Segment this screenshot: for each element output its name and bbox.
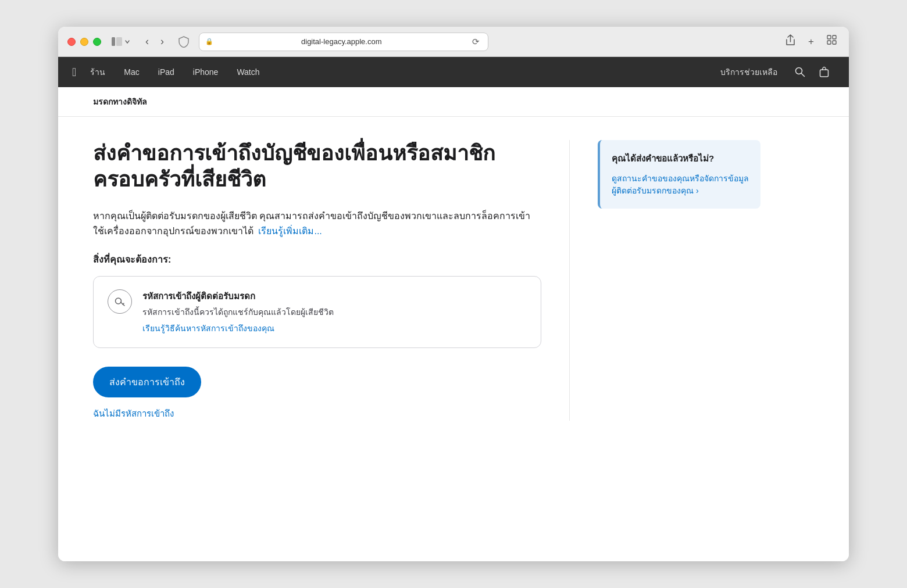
title-bar: ‹ › 🔒 digital-legacy.apple.com ⟳ + (58, 27, 849, 57)
nav-right-controls: บริการช่วยเหลือ (711, 57, 835, 87)
new-tab-button[interactable]: + (806, 34, 816, 50)
maximize-button[interactable] (93, 38, 101, 46)
sidebar-icon (112, 37, 122, 46)
nav-item-store[interactable]: ร้าน (81, 57, 115, 87)
page-title: ส่งคำขอการเข้าถึงบัญชีของเพื่อนหรือสมาชิ… (93, 140, 541, 192)
breadcrumb: มรดกทางดิจิทัล (58, 87, 849, 117)
nav-item-ipad[interactable]: iPad (149, 57, 184, 87)
close-button[interactable] (67, 38, 76, 46)
forward-button[interactable]: › (156, 33, 169, 50)
svg-rect-0 (112, 37, 115, 46)
apple-navbar:  ร้าน Mac iPad iPhone Watch บริการช่วยเ… (58, 57, 849, 87)
section-label: สิ่งที่คุณจะต้องการ: (93, 252, 541, 267)
sidebar-link[interactable]: ดูสถานะคำขอของคุณหรือจัดการข้อมูลผู้ติดต… (612, 173, 749, 197)
nav-item-support[interactable]: บริการช่วยเหลือ (711, 57, 787, 87)
grid-icon (827, 35, 837, 45)
requirement-text: รหัสการเข้าถึงผู้ติดต่อรับมรดก รหัสการเข… (142, 289, 334, 335)
breadcrumb-text: มรดกทางดิจิทัล (93, 97, 147, 106)
back-button[interactable]: ‹ (141, 33, 153, 50)
nav-item-mac[interactable]: Mac (115, 57, 148, 87)
content-right: คุณได้ส่งคำขอแล้วหรือไม่? ดูสถานะคำขอของ… (598, 140, 760, 421)
nav-item-watch[interactable]: Watch (227, 57, 269, 87)
sidebar-title: คุณได้ส่งคำขอแล้วหรือไม่? (612, 152, 749, 166)
toolbar-right: + (783, 32, 840, 51)
key-icon (108, 289, 132, 314)
svg-line-7 (802, 74, 805, 77)
nav-buttons: ‹ › (141, 33, 169, 50)
content-left: ส่งคำขอการเข้าถึงบัญชีของเพื่อนหรือสมาชิ… (93, 140, 570, 421)
sidebar-toggle-button[interactable] (108, 35, 134, 48)
svg-rect-5 (833, 41, 836, 44)
no-code-link[interactable]: ฉันไม่มีรหัสการเข้าถึง (93, 407, 541, 421)
share-button[interactable] (783, 32, 798, 51)
browser-window: ‹ › 🔒 digital-legacy.apple.com ⟳ + (58, 27, 849, 561)
minimize-button[interactable] (80, 38, 88, 46)
svg-rect-2 (827, 35, 831, 39)
find-code-link[interactable]: เรียนรู้วิธีค้นหารหัสการเข้าถึงของคุณ (142, 324, 274, 333)
requirement-desc: รหัสการเข้าถึงนี้ควรได้ถูกแชร์กับคุณแล้ว… (142, 306, 334, 318)
learn-more-link[interactable]: เรียนรู้เพิ่มเติม... (258, 226, 322, 236)
svg-line-11 (123, 303, 124, 304)
sidebar-info-box: คุณได้ส่งคำขอแล้วหรือไม่? ดูสถานะคำขอของ… (598, 140, 760, 209)
description-text: หากคุณเป็นผู้ติดต่อรับมรดกของผู้เสียชีวิ… (93, 209, 541, 238)
reload-button[interactable]: ⟳ (470, 35, 482, 48)
svg-rect-8 (820, 70, 829, 77)
traffic-lights (67, 38, 101, 46)
submit-button[interactable]: ส่งคำขอการเข้าถึง (93, 367, 201, 397)
shopping-bag-button[interactable] (813, 57, 835, 87)
search-button[interactable] (789, 57, 811, 87)
requirement-title: รหัสการเข้าถึงผู้ติดต่อรับมรดก (142, 289, 334, 303)
svg-point-9 (116, 298, 122, 304)
key-svg (114, 296, 126, 307)
svg-rect-4 (827, 41, 831, 44)
url-text: digital-legacy.apple.com (217, 37, 466, 46)
page-content: มรดกทางดิจิทัล ส่งคำขอการเข้าถึงบัญชีของ… (58, 87, 849, 561)
shield-icon (176, 34, 192, 50)
nav-item-iphone[interactable]: iPhone (184, 57, 228, 87)
lock-icon: 🔒 (205, 38, 213, 45)
grid-button[interactable] (824, 33, 840, 51)
svg-point-6 (796, 68, 802, 74)
apple-logo[interactable]:  (72, 66, 76, 79)
address-bar[interactable]: 🔒 digital-legacy.apple.com ⟳ (199, 33, 488, 51)
main-area: ส่งคำขอการเข้าถึงบัญชีของเพื่อนหรือสมาชิ… (58, 117, 849, 444)
requirement-box: รหัสการเข้าถึงผู้ติดต่อรับมรดก รหัสการเข… (93, 276, 541, 348)
svg-rect-1 (116, 37, 122, 46)
svg-rect-3 (833, 35, 836, 39)
chevron-down-icon (124, 39, 130, 45)
